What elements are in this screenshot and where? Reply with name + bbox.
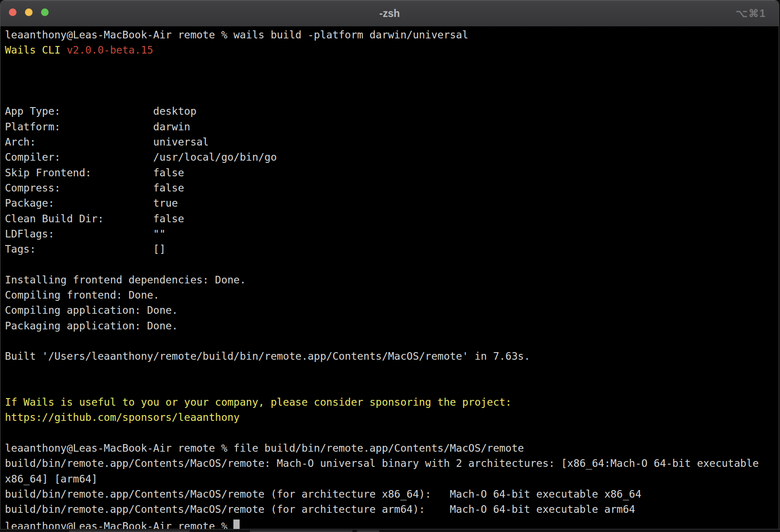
terminal-line: Compress: false (5, 180, 779, 195)
terminal-window: -zsh ⌥⌘1 leaanthony@Leas-MacBook-Air rem… (0, 0, 779, 529)
terminal-line: Skip Frontend: false (5, 165, 779, 180)
terminal-text-segment: Compress: false (5, 182, 184, 194)
terminal-line: build/bin/remote.app/Contents/MacOS/remo… (5, 502, 779, 517)
terminal-line (5, 425, 779, 441)
terminal-text-segment: build/bin/remote.app/Contents/MacOS/remo… (5, 503, 635, 515)
terminal-line: Compiler: /usr/local/go/bin/go (5, 150, 779, 165)
terminal-text-segment: Skip Frontend: false (5, 167, 184, 179)
terminal-line (5, 379, 779, 395)
terminal-text-segment: build/bin/remote.app/Contents/MacOS/remo… (5, 488, 641, 500)
terminal-text-segment: LDFlags: "" (5, 228, 166, 240)
terminal-text-segment: Compiler: /usr/local/go/bin/go (5, 151, 277, 163)
terminal-text-segment: Compiling application: Done. (5, 304, 178, 316)
terminal-line: Arch: universal (5, 134, 779, 150)
terminal-line: Built '/Users/leaanthony/remote/build/bi… (5, 349, 779, 364)
terminal-text-segment: If Wails is useful to you or your compan… (5, 396, 511, 408)
terminal-line: LDFlags: "" (5, 226, 779, 241)
terminal-line: Platform: darwin (5, 119, 779, 134)
terminal-line: Compiling application: Done. (5, 303, 779, 318)
terminal-text-segment: App Type: desktop (5, 105, 196, 117)
terminal-line: Wails CLI v2.0.0-beta.15 (5, 42, 779, 58)
background-window-artifact (250, 530, 353, 532)
terminal-text-segment: leaanthony@Leas-MacBook-Air remote % (5, 520, 233, 529)
terminal-text-segment: leaanthony@Leas-MacBook-Air remote % wai… (5, 29, 469, 41)
terminal-text-segment: leaanthony@Leas-MacBook-Air remote % fil… (5, 442, 524, 454)
terminal-line (5, 257, 779, 272)
terminal-text-segment: v2.0.0-beta.15 (66, 44, 153, 56)
tab-keyboard-shortcut: ⌥⌘1 (736, 0, 766, 26)
terminal-line (5, 73, 779, 88)
terminal-output[interactable]: leaanthony@Leas-MacBook-Air remote % wai… (0, 26, 779, 529)
terminal-line: leaanthony@Leas-MacBook-Air remote % wai… (5, 27, 779, 42)
terminal-line (5, 58, 779, 73)
terminal-cursor (233, 520, 240, 529)
terminal-text-segment: Platform: darwin (5, 121, 190, 133)
terminal-line: Compiling frontend: Done. (5, 287, 779, 303)
terminal-line: If Wails is useful to you or your compan… (5, 395, 779, 410)
terminal-line (5, 364, 779, 379)
terminal-text-segment: Compiling frontend: Done. (5, 289, 159, 301)
terminal-line: Package: true (5, 195, 779, 211)
terminal-line: build/bin/remote.app/Contents/MacOS/remo… (5, 486, 779, 502)
terminal-text-segment: Package: true (5, 197, 178, 209)
terminal-line: App Type: desktop (5, 104, 779, 119)
terminal-text-segment: Wails CLI (5, 44, 66, 56)
titlebar[interactable]: -zsh ⌥⌘1 (0, 0, 779, 27)
terminal-text-segment: Packaging application: Done. (5, 320, 178, 332)
terminal-line: Packaging application: Done. (5, 318, 779, 333)
terminal-line: Tags: [] (5, 241, 779, 257)
terminal-line: leaanthony@Leas-MacBook-Air remote % fil… (5, 441, 779, 456)
background-window-artifact (69, 530, 190, 532)
background-window-artifact (357, 530, 379, 532)
background-window-edge (0, 529, 780, 532)
terminal-text-segment: Clean Build Dir: false (5, 213, 184, 224)
terminal-text-segment: build/bin/remote.app/Contents/MacOS/remo… (5, 457, 759, 469)
terminal-line: Clean Build Dir: false (5, 211, 779, 226)
window-title: -zsh (0, 0, 779, 26)
terminal-line (5, 88, 779, 104)
terminal-line: x86_64] [arm64] (5, 471, 779, 486)
terminal-text-segment: Built '/Users/leaanthony/remote/build/bi… (5, 350, 530, 362)
terminal-text-segment: Arch: universal (5, 136, 209, 148)
terminal-text-segment: Tags: [] (5, 243, 166, 255)
terminal-line (5, 333, 779, 349)
terminal-text-segment: x86_64] [arm64] (5, 473, 98, 485)
terminal-line: leaanthony@Leas-MacBook-Air remote % (5, 517, 779, 529)
terminal-line: Installing frontend dependencies: Done. (5, 272, 779, 287)
terminal-text-segment: https://github.com/sponsors/leaanthony (5, 411, 240, 423)
terminal-line: build/bin/remote.app/Contents/MacOS/remo… (5, 456, 779, 471)
terminal-text-segment: Installing frontend dependencies: Done. (5, 274, 246, 286)
terminal-line: https://github.com/sponsors/leaanthony (5, 410, 779, 425)
